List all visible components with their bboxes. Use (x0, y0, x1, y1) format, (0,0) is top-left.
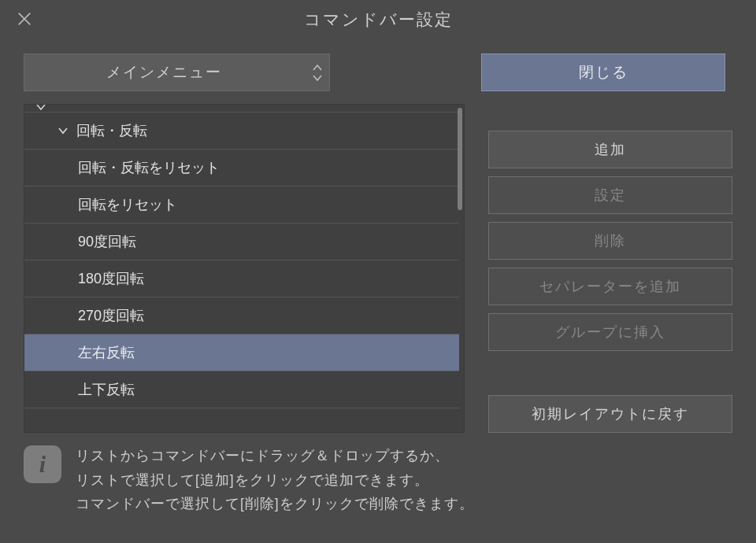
insert-group-button[interactable]: グループに挿入 (488, 313, 732, 351)
tree-leaf[interactable]: 回転・反転をリセット (24, 150, 459, 187)
tree-group-label: 回転・反転 (76, 121, 147, 140)
close-button-label: 閉じる (579, 62, 628, 83)
add-separator-button-label: セパレーターを追加 (539, 277, 681, 296)
info-line: リストからコマンドバーにドラッグ＆ドロップするか、 (76, 444, 474, 468)
tree-leaf[interactable]: 回転をリセット (24, 187, 459, 223)
stepper-arrows-icon[interactable] (304, 54, 329, 90)
titlebar: コマンドバー設定 (0, 0, 756, 39)
tree-item-cut[interactable] (24, 105, 459, 113)
info-line: リストで選択して[追加]をクリックで追加できます。 (76, 468, 474, 493)
tree-leaf[interactable]: 90度回転 (24, 223, 459, 260)
info-bar: i リストからコマンドバーにドラッグ＆ドロップするか、 リストで選択して[追加]… (24, 444, 732, 516)
reset-layout-button[interactable]: 初期レイアウトに戻す (488, 395, 732, 433)
add-separator-button[interactable]: セパレーターを追加 (488, 268, 732, 305)
delete-button-label: 削除 (595, 231, 626, 250)
tree-leaf-selected[interactable]: 左右反転 (24, 334, 459, 371)
menu-dropdown[interactable]: メインメニュー (24, 54, 330, 91)
add-button-label: 追加 (595, 140, 626, 159)
main-area: 回転・反転 回転・反転をリセット 回転をリセット 90度回転 180度回転 (24, 104, 732, 433)
tree-leaf-label: 回転・反転をリセット (78, 158, 220, 177)
tree-leaf-label: 左右反転 (78, 343, 135, 362)
dialog-title: コマンドバー設定 (304, 9, 453, 31)
insert-group-button-label: グループに挿入 (555, 323, 665, 342)
info-line: コマンドバーで選択して[削除]をクリックで削除できます。 (76, 492, 474, 516)
settings-button-label: 設定 (595, 186, 626, 205)
tree-leaf[interactable]: 180度回転 (24, 260, 459, 297)
tree-leaf-partial[interactable] (24, 408, 459, 423)
tree-leaf[interactable]: 270度回転 (24, 297, 459, 334)
tree-leaf-label (78, 408, 82, 423)
scrollbar-thumb[interactable] (458, 108, 462, 210)
content: メインメニュー 閉じる 回転・反転 (0, 39, 756, 543)
command-tree-scroll[interactable]: 回転・反転 回転・反転をリセット 回転をリセット 90度回転 180度回転 (24, 105, 459, 432)
chevron-down-icon (56, 124, 70, 138)
settings-button[interactable]: 設定 (488, 176, 732, 214)
close-icon[interactable] (16, 10, 35, 29)
menu-dropdown-label: メインメニュー (24, 62, 304, 83)
tree-leaf[interactable]: 上下反転 (24, 371, 459, 408)
scrollbar-track[interactable] (458, 108, 462, 429)
top-row: メインメニュー 閉じる (24, 54, 732, 91)
info-text: リストからコマンドバーにドラッグ＆ドロップするか、 リストで選択して[追加]をク… (76, 444, 474, 516)
actions-column: 追加 設定 削除 セパレーターを追加 グループに挿入 初期レイアウトに戻す (488, 104, 732, 433)
tree-leaf-label: 上下反転 (78, 380, 135, 399)
delete-button[interactable]: 削除 (488, 222, 732, 260)
command-tree: 回転・反転 回転・反転をリセット 回転をリセット 90度回転 180度回転 (24, 105, 459, 423)
add-button[interactable]: 追加 (488, 131, 732, 168)
tree-group-rotation[interactable]: 回転・反転 (24, 113, 459, 150)
close-button[interactable]: 閉じる (481, 54, 725, 91)
tree-leaf-label: 180度回転 (78, 269, 144, 288)
command-tree-panel: 回転・反転 回転・反転をリセット 回転をリセット 90度回転 180度回転 (24, 104, 465, 433)
tree-leaf-label: 270度回転 (78, 306, 144, 325)
reset-layout-button-label: 初期レイアウトに戻す (532, 404, 689, 423)
info-icon: i (24, 445, 61, 483)
tree-leaf-label: 90度回転 (78, 232, 136, 251)
tree-leaf-label: 回転をリセット (78, 195, 177, 214)
